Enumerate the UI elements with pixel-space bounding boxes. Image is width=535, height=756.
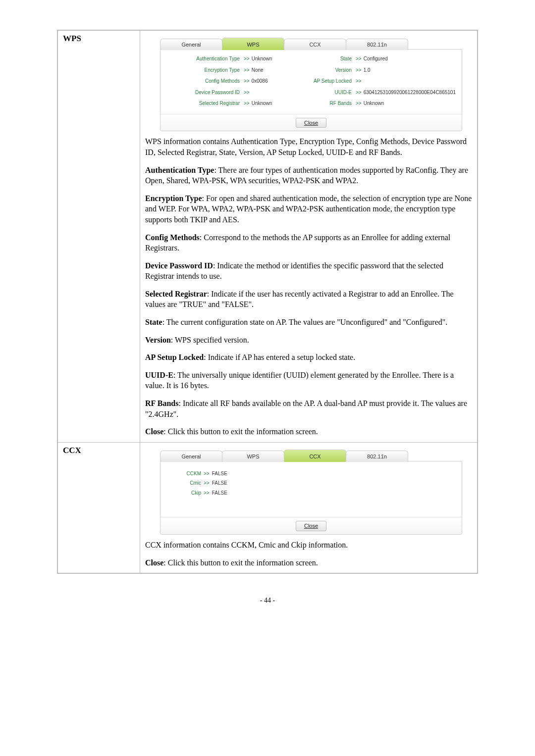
wps-para-auth: Authentication Type: There are four type… (145, 165, 472, 186)
wps-para-rfbands: RF Bands: Indicate all RF bands availabl… (145, 398, 472, 419)
kv-arrow: >> (354, 89, 364, 96)
term-text: : WPS specified version. (171, 336, 249, 344)
wps-para-uuid: UUID-E: The universally unique identifie… (145, 370, 472, 391)
kv-label: Authentication Type (166, 55, 242, 62)
kv-ckip: Ckip >> FALSE (171, 490, 451, 497)
wps-row-label: WPS (57, 30, 140, 442)
kv-sel-reg: Selected Registrar >> Unknown (166, 100, 273, 107)
kv-value: Unknown (252, 100, 272, 107)
kv-label: Encryption Type (166, 67, 242, 74)
close-button[interactable]: Close (296, 521, 326, 531)
tab-80211n[interactable]: 802.11n (346, 39, 408, 50)
kv-value: 1.0 (364, 67, 371, 74)
term: Selected Registrar (145, 290, 207, 298)
term-text: : Indicate all RF bands available on the… (145, 399, 467, 418)
tab-wps[interactable]: WPS (222, 451, 284, 462)
kv-uuid: UUID-E >> 63041253109920061228000E04C865… (278, 89, 456, 96)
kv-version: Version >> 1.0 (278, 67, 456, 74)
kv-label: State (278, 55, 354, 62)
term: Authentication Type (145, 166, 214, 174)
wps-panel-body: Authentication Type >> Unknown State >> … (160, 49, 462, 131)
kv-state: State >> Configured (278, 55, 456, 62)
ccx-row-content: General WPS CCX 802.11n CCKM >> FALSE (140, 442, 478, 573)
term-text: : Click this button to exit the informat… (163, 558, 318, 567)
page-number: - 44 - (57, 597, 478, 605)
term-text: : The universally unique identifier (UUI… (145, 371, 454, 390)
kv-value: None (252, 67, 264, 74)
kv-value: 0x0086 (252, 78, 268, 85)
ccx-panel-body: CCKM >> FALSE Cmic >> FALSE (160, 461, 462, 535)
kv-arrow: >> (242, 89, 252, 96)
wps-row-content: General WPS CCX 802.11n Authentication T… (140, 30, 478, 442)
kv-ap-lock: AP Setup Locked >> (278, 78, 456, 85)
kv-enc-type: Encryption Type >> None (166, 67, 273, 74)
kv-label: UUID-E (278, 89, 354, 96)
wps-para-selreg: Selected Registrar: Indicate if the user… (145, 289, 472, 310)
kv-arrow: >> (242, 67, 252, 74)
kv-value: 63041253109920061228000E04C865101 (364, 89, 456, 96)
tab-ccx[interactable]: CCX (284, 450, 346, 462)
wps-intro: WPS information contains Authentication … (145, 136, 472, 157)
kv-arrow: >> (354, 100, 364, 107)
term-text: : Indicate if AP has entered a setup loc… (204, 353, 355, 361)
kv-cfg-methods: Config Methods >> 0x0086 (166, 78, 273, 85)
tab-ccx[interactable]: CCX (284, 39, 346, 50)
wps-row: WPS General WPS CCX 802.11n (57, 30, 478, 442)
kv-arrow: >> (242, 78, 252, 85)
term: Encryption Type (145, 194, 202, 202)
close-button[interactable]: Close (296, 118, 326, 128)
ccx-close-row: Close (160, 517, 462, 534)
kv-arrow: >> (354, 67, 364, 74)
doc-table: WPS General WPS CCX 802.11n (57, 30, 478, 574)
wps-para-close: Close: Click this button to exit the inf… (145, 426, 472, 437)
tab-general[interactable]: General (160, 39, 222, 50)
wps-para-state: State: The current configuration state o… (145, 317, 472, 328)
tab-general[interactable]: General (160, 451, 222, 462)
wps-close-row: Close (160, 114, 462, 131)
kv-auth-type: Authentication Type >> Unknown (166, 55, 273, 62)
kv-value: Unknown (364, 100, 384, 107)
kv-label: Version (278, 67, 354, 74)
kv-cmic: Cmic >> FALSE (171, 480, 451, 487)
tab-80211n[interactable]: 802.11n (346, 451, 408, 462)
wps-para-version: Version: WPS specified version. (145, 335, 472, 346)
kv-label: RF Bands (278, 100, 354, 107)
term: Close (145, 558, 163, 567)
kv-arrow: >> (201, 490, 212, 497)
kv-value: FALSE (212, 480, 227, 487)
kv-cckm: CCKM >> FALSE (171, 470, 451, 477)
document-page: WPS General WPS CCX 802.11n (0, 0, 535, 624)
ccx-panel: General WPS CCX 802.11n CCKM >> FALSE (160, 450, 462, 535)
kv-value: Unknown (252, 55, 272, 62)
ccx-tabs: General WPS CCX 802.11n (160, 450, 462, 462)
term: State (145, 318, 162, 326)
term: Close (145, 427, 163, 436)
ccx-row-label: CCX (57, 442, 140, 573)
wps-para-cfg: Config Methods: Correspond to the method… (145, 232, 472, 253)
term: AP Setup Locked (145, 353, 204, 361)
term: Version (145, 336, 171, 344)
kv-value: FALSE (212, 490, 227, 497)
wps-para-devpw: Device Password ID: Indicate the method … (145, 260, 472, 282)
kv-label: CCKM (171, 470, 201, 477)
term-text: : Click this button to exit the informat… (163, 427, 318, 436)
ccx-row: CCX General WPS CCX 802.11n CCKM (57, 442, 478, 573)
kv-value: FALSE (212, 470, 227, 477)
kv-arrow: >> (242, 55, 252, 62)
term: UUID-E (145, 371, 173, 379)
kv-label: Device Password ID (166, 89, 242, 96)
ccx-intro: CCX information contains CCKM, Cmic and … (145, 540, 472, 551)
term: Device Password ID (145, 261, 213, 270)
kv-label: AP Setup Locked (278, 78, 354, 85)
kv-arrow: >> (201, 480, 212, 487)
kv-label: Selected Registrar (166, 100, 242, 107)
kv-value: Configured (364, 55, 388, 62)
kv-arrow: >> (242, 100, 252, 107)
kv-arrow: >> (354, 78, 364, 85)
ccx-para-close: Close: Click this button to exit the inf… (145, 557, 472, 568)
tab-wps[interactable]: WPS (222, 38, 284, 50)
kv-rf-bands: RF Bands >> Unknown (278, 100, 456, 107)
wps-panel: General WPS CCX 802.11n Authentication T… (160, 38, 462, 131)
kv-arrow: >> (354, 55, 364, 62)
kv-dev-pw: Device Password ID >> (166, 89, 273, 96)
